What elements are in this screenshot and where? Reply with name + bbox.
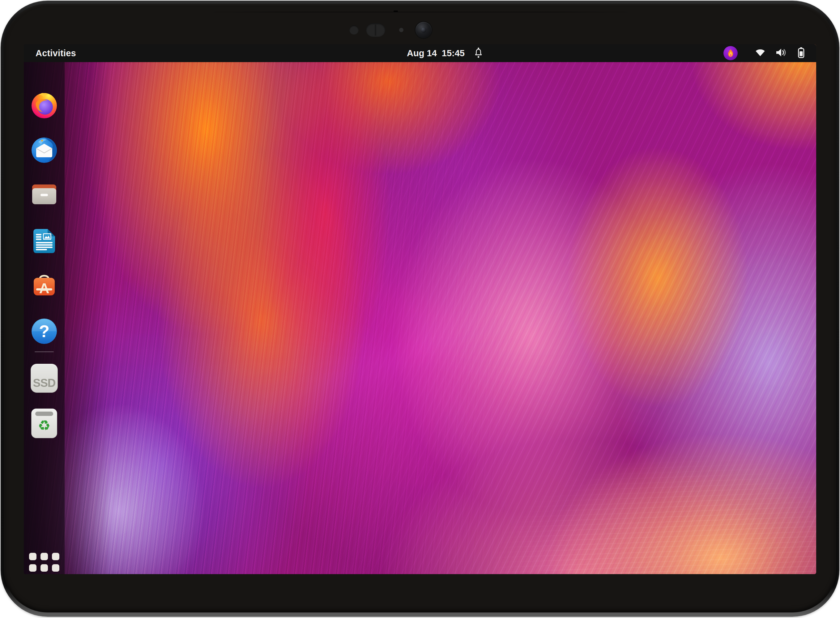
led-dot-icon [399, 28, 404, 32]
clock-date: Aug 14 [407, 48, 437, 58]
battery-icon [795, 46, 807, 60]
help-glyph: ? [39, 321, 49, 341]
app-grid-icon [29, 553, 60, 574]
dock-divider [35, 351, 54, 352]
recycle-glyph: ♻ [38, 418, 51, 432]
clock-time: 15:45 [442, 48, 465, 58]
tablet-device-frame: Activities Aug 14 15:45 [1, 1, 839, 617]
help-question-icon: ? [30, 317, 59, 346]
ubuntu-software-icon: A [30, 270, 59, 299]
ambient-sensor-icon [349, 25, 359, 35]
dock-item-ubuntu-software[interactable]: A [29, 270, 59, 300]
wifi-icon [754, 46, 767, 60]
system-status-area[interactable] [724, 44, 816, 62]
top-bar: Activities Aug 14 15:45 [24, 44, 816, 62]
wallpaper-waves-bottom-right [24, 44, 816, 574]
volume-icon [774, 46, 788, 60]
trash-recycle-icon: ♻ [31, 409, 57, 438]
dock-item-help[interactable]: ? [29, 316, 59, 346]
libreoffice-writer-icon [30, 226, 59, 256]
ssd-label: SSD [33, 377, 55, 389]
app-indicator-flame-icon [724, 46, 738, 60]
dock-item-thunderbird[interactable] [29, 135, 59, 165]
desktop-wallpaper [24, 44, 816, 574]
notification-bell-icon [473, 47, 484, 59]
dock-item-trash[interactable]: ♻ [29, 409, 59, 438]
files-folder-icon [30, 180, 59, 209]
bezel-seam [201, 12, 639, 12]
ssd-drive-icon: SSD [31, 364, 58, 393]
dock-item-ssd-drive[interactable]: SSD [29, 363, 59, 393]
trash-lid [35, 412, 53, 416]
dock-item-files[interactable] [29, 180, 59, 209]
dock-item-app-grid[interactable] [29, 553, 59, 574]
firefox-icon [30, 91, 59, 120]
clock-button[interactable]: Aug 14 15:45 [407, 44, 484, 62]
desktop-screen: Activities Aug 14 15:45 [24, 44, 816, 574]
screenshot-canvas: Activities Aug 14 15:45 [0, 0, 840, 618]
sensor-pill-icon [366, 23, 385, 37]
activities-button[interactable]: Activities [36, 48, 76, 58]
microphone-notch [393, 10, 398, 12]
dock-item-firefox[interactable] [29, 90, 59, 120]
dock-item-libreoffice-writer[interactable] [29, 226, 59, 256]
front-camera-icon [416, 22, 432, 38]
thunderbird-icon [30, 135, 59, 164]
dock: A ? [24, 62, 65, 574]
